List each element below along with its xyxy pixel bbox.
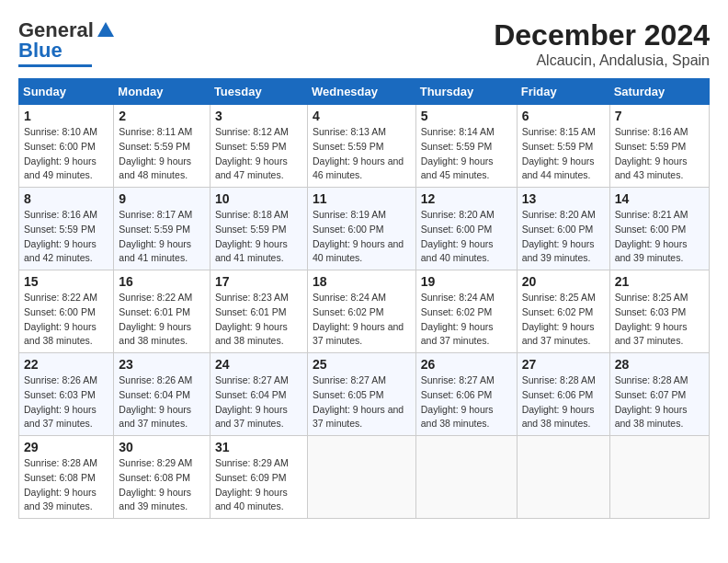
- sunrise-text: Sunrise: 8:21 AM: [615, 209, 688, 220]
- calendar-cell: 6 Sunrise: 8:15 AM Sunset: 5:59 PM Dayli…: [517, 105, 609, 188]
- sunrise-text: Sunrise: 8:23 AM: [215, 292, 289, 303]
- sunrise-text: Sunrise: 8:11 AM: [119, 126, 192, 137]
- calendar-cell: 23 Sunrise: 8:26 AM Sunset: 6:04 PM Dayl…: [114, 353, 210, 436]
- day-number: 3: [215, 109, 302, 123]
- sunrise-text: Sunrise: 8:25 AM: [522, 292, 596, 303]
- sunrise-text: Sunrise: 8:28 AM: [522, 374, 596, 385]
- calendar-cell: [609, 436, 709, 519]
- page-title: December 2024: [494, 18, 710, 52]
- col-saturday: Saturday: [609, 79, 709, 105]
- col-monday: Monday: [114, 79, 210, 105]
- calendar-cell: 18 Sunrise: 8:24 AM Sunset: 6:02 PM Dayl…: [307, 270, 415, 353]
- sunset-text: Sunset: 6:07 PM: [615, 389, 687, 400]
- calendar-cell: 4 Sunrise: 8:13 AM Sunset: 5:59 PM Dayli…: [307, 105, 415, 188]
- day-number: 18: [313, 274, 411, 289]
- sunrise-text: Sunrise: 8:16 AM: [615, 126, 688, 137]
- day-number: 30: [119, 440, 205, 454]
- day-number: 7: [615, 109, 704, 123]
- calendar-cell: 27 Sunrise: 8:28 AM Sunset: 6:06 PM Dayl…: [517, 353, 609, 436]
- sunset-text: Sunset: 5:59 PM: [24, 224, 96, 235]
- calendar-cell: 24 Sunrise: 8:27 AM Sunset: 6:04 PM Dayl…: [210, 353, 307, 436]
- calendar-cell: 21 Sunrise: 8:25 AM Sunset: 6:03 PM Dayl…: [609, 270, 709, 353]
- daylight-text: Daylight: 9 hours and 39 minutes.: [615, 238, 688, 264]
- sunset-text: Sunset: 6:00 PM: [24, 141, 96, 152]
- sunset-text: Sunset: 6:01 PM: [215, 306, 287, 317]
- page-header: General Blue December 2024 Alcaucin, And…: [18, 18, 710, 69]
- day-number: 1: [24, 109, 108, 123]
- sunrise-text: Sunrise: 8:10 AM: [24, 126, 97, 137]
- col-sunday: Sunday: [19, 79, 114, 105]
- daylight-text: Daylight: 9 hours and 46 minutes.: [313, 155, 404, 181]
- sunset-text: Sunset: 6:02 PM: [421, 306, 493, 317]
- daylight-text: Daylight: 9 hours and 39 minutes.: [24, 487, 97, 512]
- sunrise-text: Sunrise: 8:24 AM: [421, 292, 495, 303]
- day-number: 26: [421, 357, 512, 372]
- sunrise-text: Sunrise: 8:20 AM: [421, 209, 495, 220]
- daylight-text: Daylight: 9 hours and 40 minutes.: [215, 487, 288, 512]
- sunset-text: Sunset: 5:59 PM: [522, 141, 594, 152]
- daylight-text: Daylight: 9 hours and 41 minutes.: [119, 238, 191, 264]
- day-number: 21: [615, 274, 704, 289]
- day-number: 20: [522, 274, 605, 289]
- sunrise-text: Sunrise: 8:28 AM: [24, 457, 97, 468]
- day-number: 13: [522, 191, 605, 206]
- sunrise-text: Sunrise: 8:22 AM: [24, 292, 97, 303]
- daylight-text: Daylight: 9 hours and 39 minutes.: [119, 487, 191, 512]
- sunrise-text: Sunrise: 8:16 AM: [24, 209, 97, 220]
- sunrise-text: Sunrise: 8:19 AM: [313, 209, 386, 220]
- calendar-cell: 10 Sunrise: 8:18 AM Sunset: 5:59 PM Dayl…: [210, 188, 307, 270]
- sunset-text: Sunset: 6:04 PM: [215, 389, 287, 400]
- calendar-cell: 12 Sunrise: 8:20 AM Sunset: 6:00 PM Dayl…: [415, 188, 517, 270]
- sunset-text: Sunset: 5:59 PM: [615, 141, 687, 152]
- day-number: 24: [215, 357, 302, 372]
- sunrise-text: Sunrise: 8:20 AM: [522, 209, 596, 220]
- day-number: 22: [24, 357, 108, 372]
- calendar-cell: 5 Sunrise: 8:14 AM Sunset: 5:59 PM Dayli…: [415, 105, 517, 188]
- calendar-cell: 15 Sunrise: 8:22 AM Sunset: 6:00 PM Dayl…: [19, 270, 114, 353]
- day-number: 19: [421, 274, 512, 289]
- calendar-cell: 22 Sunrise: 8:26 AM Sunset: 6:03 PM Dayl…: [19, 353, 114, 436]
- calendar-cell: 25 Sunrise: 8:27 AM Sunset: 6:05 PM Dayl…: [307, 353, 415, 436]
- sunset-text: Sunset: 6:00 PM: [522, 224, 594, 235]
- day-number: 9: [119, 191, 205, 206]
- sunrise-text: Sunrise: 8:13 AM: [313, 126, 386, 137]
- day-number: 15: [24, 274, 108, 289]
- calendar-cell: 16 Sunrise: 8:22 AM Sunset: 6:01 PM Dayl…: [114, 270, 210, 353]
- calendar-cell: [415, 436, 517, 519]
- title-block: December 2024 Alcaucin, Andalusia, Spain: [494, 18, 710, 69]
- calendar-cell: 19 Sunrise: 8:24 AM Sunset: 6:02 PM Dayl…: [415, 270, 517, 353]
- day-number: 23: [119, 357, 205, 372]
- day-number: 28: [615, 357, 704, 372]
- day-number: 17: [215, 274, 302, 289]
- sunset-text: Sunset: 6:00 PM: [313, 224, 384, 235]
- calendar-cell: 1 Sunrise: 8:10 AM Sunset: 6:00 PM Dayli…: [19, 105, 114, 188]
- calendar-week-3: 15 Sunrise: 8:22 AM Sunset: 6:00 PM Dayl…: [19, 270, 710, 353]
- calendar-cell: 26 Sunrise: 8:27 AM Sunset: 6:06 PM Dayl…: [415, 353, 517, 436]
- sunset-text: Sunset: 5:59 PM: [313, 141, 384, 152]
- calendar-cell: 8 Sunrise: 8:16 AM Sunset: 5:59 PM Dayli…: [19, 188, 114, 270]
- daylight-text: Daylight: 9 hours and 47 minutes.: [215, 155, 288, 181]
- daylight-text: Daylight: 9 hours and 38 minutes.: [24, 321, 97, 347]
- calendar-cell: 13 Sunrise: 8:20 AM Sunset: 6:00 PM Dayl…: [517, 188, 609, 270]
- sunrise-text: Sunrise: 8:24 AM: [313, 292, 386, 303]
- sunrise-text: Sunrise: 8:26 AM: [24, 374, 97, 385]
- sunset-text: Sunset: 5:59 PM: [215, 141, 287, 152]
- sunset-text: Sunset: 5:59 PM: [119, 141, 190, 152]
- calendar-cell: [517, 436, 609, 519]
- calendar-cell: 29 Sunrise: 8:28 AM Sunset: 6:08 PM Dayl…: [19, 436, 114, 519]
- day-number: 8: [24, 191, 108, 206]
- logo: General Blue: [18, 18, 116, 67]
- logo-underline: [18, 64, 92, 67]
- sunset-text: Sunset: 6:08 PM: [119, 472, 190, 483]
- sunset-text: Sunset: 5:59 PM: [119, 224, 190, 235]
- daylight-text: Daylight: 9 hours and 38 minutes.: [615, 404, 688, 430]
- sunset-text: Sunset: 6:02 PM: [522, 306, 594, 317]
- sunrise-text: Sunrise: 8:22 AM: [119, 292, 192, 303]
- calendar-cell: 28 Sunrise: 8:28 AM Sunset: 6:07 PM Dayl…: [609, 353, 709, 436]
- day-number: 6: [522, 109, 605, 123]
- day-number: 27: [522, 357, 605, 372]
- sunset-text: Sunset: 6:05 PM: [313, 389, 384, 400]
- sunset-text: Sunset: 5:59 PM: [215, 224, 287, 235]
- daylight-text: Daylight: 9 hours and 42 minutes.: [24, 238, 97, 264]
- col-wednesday: Wednesday: [307, 79, 415, 105]
